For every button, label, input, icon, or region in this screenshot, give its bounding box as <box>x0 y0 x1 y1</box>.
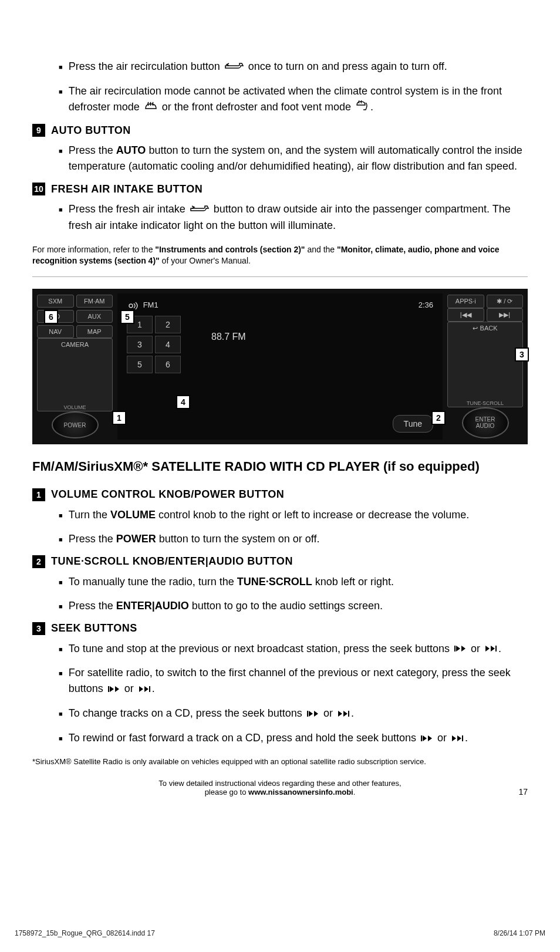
info-note: For more information, refer to the "Inst… <box>32 244 528 267</box>
list-item: To change tracks on a CD, press the seek… <box>32 705 528 722</box>
print-footer-left: 1758972_15b_Rogue_QRG_082614.indd 17 <box>15 929 155 937</box>
list-item: Press the ENTER|AUDIO button to go to th… <box>32 598 528 614</box>
rsection-num-2: 2 <box>32 555 45 568</box>
callout-3: 3 <box>515 347 529 362</box>
radio-section-title: FM/AM/SiriusXM®* SATELLITE RADIO WITH CD… <box>32 458 528 475</box>
rsection-3-bullets: To tune and stop at the previous or next… <box>32 641 528 747</box>
tune-scroll-knob: TUNE·SCROLL ENTER AUDIO <box>462 407 509 438</box>
radio-head-unit: SXMFM·AMCDAUXNAVMAP CAMERA VOLUME POWER … <box>32 289 528 444</box>
list-item: Press the AUTO button to turn the system… <box>32 143 528 174</box>
list-item: Turn the VOLUME control knob to the righ… <box>32 507 528 523</box>
seek-next-icon <box>337 706 350 722</box>
callout-4: 4 <box>176 395 190 409</box>
rsection-num-3: 3 <box>32 622 45 635</box>
list-item: Press the fresh air intake button to dra… <box>32 201 528 234</box>
radio-button: AUX <box>76 310 113 323</box>
radio-button: ✱ / ⟳ <box>487 295 524 308</box>
section-num-9: 9 <box>32 124 45 137</box>
section-9-heading: 9 AUTO BUTTON <box>32 124 528 137</box>
rsection-1-bullets: Turn the VOLUME control knob to the righ… <box>32 507 528 547</box>
seek-prev-icon <box>420 731 433 747</box>
rsection-3-title: SEEK BUTTONS <box>51 622 137 634</box>
radio-button: FM·AM <box>76 295 113 308</box>
volume-power-knob: VOLUME POWER <box>52 411 99 438</box>
list-item: Press the POWER button to turn the syste… <box>32 531 528 547</box>
rsection-num-1: 1 <box>32 488 45 501</box>
seek-next-icon <box>484 641 497 657</box>
section-10-title: FRESH AIR INTAKE BUTTON <box>51 183 203 195</box>
seek-prev-icon <box>107 681 120 697</box>
section-10-heading: 10 FRESH AIR INTAKE BUTTON <box>32 183 528 195</box>
preset-button: 4 <box>155 336 181 353</box>
seek-button: ▶▶| <box>487 308 524 322</box>
callout-6: 6 <box>44 310 58 324</box>
divider <box>32 276 528 277</box>
seek-prev-icon <box>454 641 467 657</box>
radio-button: APPS·i <box>447 295 484 308</box>
section-9-bullets: Press the AUTO button to turn the system… <box>32 143 528 174</box>
list-item: To manually tune the radio, turn the TUN… <box>32 574 528 590</box>
info-note-ref1: "Instruments and controls (section 2)" <box>155 245 305 254</box>
rsection-1-heading: 1 VOLUME CONTROL KNOB/POWER BUTTON <box>32 488 528 501</box>
top-bullets: Press the air recirculation button once … <box>32 59 528 116</box>
back-button: ↩ BACK <box>447 322 523 407</box>
list-item: To rewind or fast forward a track on a C… <box>32 730 528 747</box>
preset-button: 3 <box>127 336 153 353</box>
list-item: For satellite radio, to switch to the fi… <box>32 665 528 697</box>
list-item: Press the air recirculation button once … <box>32 59 528 75</box>
tune-button: Tune <box>393 415 433 433</box>
radio-screen: FM1 2:36 123456 88.7 FM Tune <box>117 293 443 440</box>
radio-right-buttons: APPS·i✱ / ⟳ <box>447 295 523 308</box>
info-note-mid: and the <box>305 245 338 254</box>
callout-2: 2 <box>431 411 446 425</box>
seek-button: |◀◀ <box>447 308 484 322</box>
preset-button: 2 <box>155 316 181 333</box>
fm-band-label: FM1 <box>127 301 158 310</box>
rsection-2-heading: 2 TUNE·SCROLL KNOB/ENTER|AUDIO BUTTON <box>32 555 528 568</box>
callout-1: 1 <box>112 411 126 425</box>
rsection-1-title: VOLUME CONTROL KNOB/POWER BUTTON <box>51 488 284 501</box>
defrost-foot-icon <box>355 99 369 116</box>
radio-button: NAV <box>37 325 74 338</box>
svg-point-0 <box>129 304 133 308</box>
info-note-suffix: of your Owner's Manual. <box>160 256 251 265</box>
preset-grid: 123456 <box>127 316 433 373</box>
radio-button: MAP <box>76 325 113 338</box>
page-content: Press the air recirculation button once … <box>0 0 560 826</box>
screen-top-bar: FM1 2:36 <box>127 301 433 310</box>
list-item: To tune and stop at the previous or next… <box>32 641 528 657</box>
rsection-3-heading: 3 SEEK BUTTONS <box>32 622 528 635</box>
preset-button: 6 <box>155 356 181 373</box>
radio-button: SXM <box>37 295 74 308</box>
rsection-2-title: TUNE·SCROLL KNOB/ENTER|AUDIO BUTTON <box>51 555 293 568</box>
list-item: The air recirculation mode cannot be act… <box>32 83 528 116</box>
camera-button: CAMERA <box>37 338 113 411</box>
print-footer-right: 8/26/14 1:07 PM <box>494 929 545 937</box>
seek-next-icon <box>138 681 151 697</box>
section-9-title: AUTO BUTTON <box>51 124 131 137</box>
radio-wave-icon <box>128 302 140 310</box>
defrost-icon <box>144 100 158 116</box>
radio-right-panel: APPS·i✱ / ⟳ |◀◀▶▶| ↩ BACK TUNE·SCROLL EN… <box>443 289 528 444</box>
siriusxm-footnote: *SiriusXM® Satellite Radio is only avail… <box>32 757 528 766</box>
info-footer-line2: please go to www.nissanownersinfo.mobi. <box>32 788 528 796</box>
section-10-bullets: Press the fresh air intake button to dra… <box>32 201 528 234</box>
page-number: 17 <box>518 787 528 796</box>
rsection-2-bullets: To manually tune the radio, turn the TUN… <box>32 574 528 614</box>
info-note-prefix: For more information, refer to the <box>32 245 155 254</box>
volume-label: VOLUME <box>53 404 97 410</box>
print-footer: 1758972_15b_Rogue_QRG_082614.indd 17 8/2… <box>0 929 560 937</box>
enter-audio-label: ENTER AUDIO <box>475 416 495 429</box>
info-footer-line1: To view detailed instructional videos re… <box>32 779 528 788</box>
frequency: 88.7 FM <box>211 332 246 342</box>
power-label: POWER <box>64 422 86 428</box>
seek-row: |◀◀▶▶| <box>447 308 523 322</box>
clock: 2:36 <box>419 301 433 310</box>
info-footer: To view detailed instructional videos re… <box>32 779 528 796</box>
callout-5: 5 <box>120 310 134 324</box>
seek-next-icon <box>451 731 464 747</box>
recirc-icon <box>224 59 244 75</box>
preset-button: 5 <box>127 356 153 373</box>
tune-scroll-label: TUNE·SCROLL <box>463 400 508 406</box>
fresh-air-icon <box>190 202 210 218</box>
